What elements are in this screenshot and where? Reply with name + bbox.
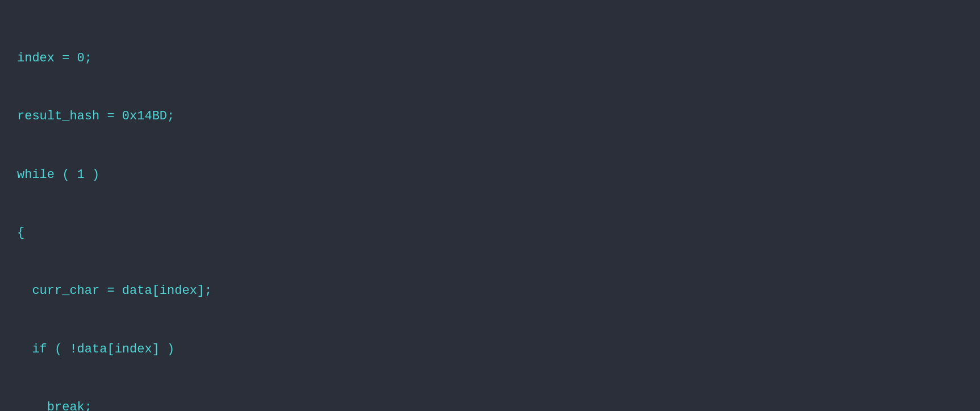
code-line-4: {: [17, 223, 963, 243]
code-line-5: curr_char = data[index];: [17, 281, 963, 301]
code-line-3: while ( 1 ): [17, 165, 963, 185]
code-line-6: if ( !data[index] ): [17, 340, 963, 359]
code-viewer: index = 0; result_hash = 0x14BD; while (…: [17, 10, 963, 411]
code-line-2: result_hash = 0x14BD;: [17, 107, 963, 126]
code-line-1: index = 0;: [17, 49, 963, 68]
code-line-7: break;: [17, 398, 963, 411]
